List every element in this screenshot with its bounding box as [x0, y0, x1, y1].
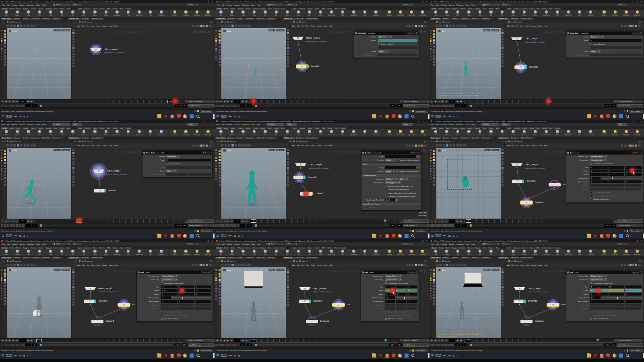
- shelf-tool[interactable]: Box: [1, 249, 12, 256]
- network-menu-add[interactable]: Add: [77, 264, 80, 266]
- language-indicator[interactable]: ENG: [228, 355, 231, 356]
- back-icon[interactable]: ◄: [216, 141, 218, 143]
- viewport-side-icon[interactable]: [433, 288, 435, 290]
- left-toolbar-icon[interactable]: [215, 30, 217, 31]
- shelf-tool[interactable]: Torus: [249, 10, 260, 17]
- window-maximize-button[interactable]: □: [208, 120, 209, 122]
- key-all-channels-button[interactable]: Key All Channels: [188, 343, 214, 347]
- prev-key-button[interactable]: ◂▮: [456, 219, 459, 223]
- network-menu-labs[interactable]: Labs: [109, 264, 113, 266]
- left-toolbar-icon[interactable]: [1, 35, 2, 37]
- back-icon[interactable]: ◄: [216, 21, 218, 23]
- menu-render[interactable]: Render: [441, 4, 447, 6]
- playback-option-icon[interactable]: [430, 105, 433, 107]
- menu-labs[interactable]: Labs: [36, 124, 40, 126]
- viewport-side-icon[interactable]: [219, 174, 221, 176]
- pane-tab[interactable]: Render: [22, 18, 30, 20]
- key-all-channels-button[interactable]: Key All Channels: [403, 343, 429, 347]
- viewport-tool-icon[interactable]: [453, 264, 455, 266]
- range-end2-field[interactable]: 240: [396, 104, 402, 108]
- display-option-icon[interactable]: [72, 44, 74, 46]
- network-toolbar-icon[interactable]: [206, 25, 208, 27]
- display-option-icon[interactable]: [72, 286, 74, 288]
- tray-expand-icon[interactable]: ∧: [242, 355, 243, 357]
- viewport-side-icon[interactable]: [4, 61, 6, 63]
- path-root[interactable]: obj: [224, 141, 226, 143]
- left-toolbar-icon[interactable]: [215, 176, 217, 177]
- left-toolbar-icon[interactable]: [1, 176, 2, 177]
- node-body[interactable]: ◷: [514, 300, 526, 303]
- viewport-side-icon[interactable]: [433, 303, 435, 305]
- playback-option-icon[interactable]: [7, 344, 9, 346]
- left-toolbar-icon[interactable]: [430, 282, 431, 284]
- display-option-icon[interactable]: [287, 289, 289, 291]
- left-toolbar-icon[interactable]: [1, 293, 2, 294]
- display-option-icon[interactable]: [502, 56, 504, 58]
- node-output-dot[interactable]: [520, 70, 522, 71]
- left-toolbar-icon[interactable]: [215, 274, 217, 276]
- playback-option-icon[interactable]: [439, 105, 442, 107]
- network-menu-layout[interactable]: Layout: [531, 264, 537, 266]
- network-menu-view[interactable]: View: [520, 25, 524, 27]
- left-toolbar-icon[interactable]: [215, 279, 217, 281]
- windows-start-button[interactable]: ⊞: [2, 354, 4, 358]
- path-node[interactable]: dust_vfx: [230, 21, 236, 23]
- tray-expand-icon[interactable]: ∧: [456, 355, 457, 357]
- taskbar-search-icon[interactable]: [196, 354, 201, 358]
- path-root[interactable]: obj: [296, 21, 298, 23]
- left-toolbar-icon[interactable]: [430, 295, 431, 297]
- display-option-icon[interactable]: [287, 283, 289, 285]
- checkbox[interactable]: [590, 195, 592, 197]
- node-output-dot[interactable]: [90, 291, 91, 292]
- menu-labs[interactable]: Labs: [36, 243, 40, 245]
- shelf-tool[interactable]: Font: [359, 130, 371, 136]
- menu-file[interactable]: File: [2, 124, 5, 126]
- next-key-button[interactable]: ▮▸: [460, 100, 463, 103]
- shelf-tool[interactable]: Box: [215, 130, 227, 136]
- left-toolbar-icon[interactable]: [430, 160, 431, 161]
- left-toolbar-icon[interactable]: [215, 38, 217, 39]
- shelf-tool[interactable]: Spot Light: [192, 130, 203, 136]
- viewport-tool-icon[interactable]: [13, 144, 16, 147]
- radial-menu-selector[interactable]: Main: [617, 123, 627, 126]
- checkbox[interactable]: [385, 311, 387, 313]
- shelf-tool[interactable]: Torus: [463, 10, 475, 17]
- shelf-tool[interactable]: Circle: [293, 130, 304, 136]
- stop-button[interactable]: ⏹: [8, 339, 11, 342]
- shelf-tool[interactable]: Grid: [475, 130, 486, 136]
- shelf-tool[interactable]: Ball: [271, 130, 282, 136]
- forward-icon[interactable]: ►: [219, 260, 221, 262]
- shelf-tool[interactable]: Character: [370, 249, 382, 256]
- network-node-bool[interactable]: ◒boolean1: [91, 320, 103, 323]
- app-icon-maroon[interactable]: [593, 354, 597, 358]
- search-icon[interactable]: ⌕: [213, 141, 214, 143]
- radial-menu-selector[interactable]: Main: [617, 243, 627, 246]
- play-button[interactable]: ▶: [441, 219, 444, 223]
- spinner-control[interactable]: ⇕: [178, 155, 180, 158]
- left-toolbar-icon[interactable]: [1, 40, 2, 42]
- pane-tab[interactable]: Scene View: [430, 257, 442, 259]
- value-field[interactable]: 2: [161, 300, 177, 303]
- network-toolbar-icon[interactable]: [198, 145, 200, 147]
- network-toolbar-icon[interactable]: [206, 145, 208, 147]
- keyboard-icon[interactable]: ⌨: [233, 116, 236, 118]
- pane-tab[interactable]: Motion FX: [471, 257, 481, 259]
- forward-icon[interactable]: ►: [291, 260, 293, 262]
- timeline[interactable]: 1: [464, 219, 613, 223]
- shelf-tool[interactable]: Torus: [249, 130, 260, 136]
- shelf-tool[interactable]: Font: [574, 249, 585, 256]
- pane-tab[interactable]: Animate: [12, 137, 21, 139]
- shelf-tool[interactable]: Ball: [56, 10, 68, 17]
- play-button[interactable]: ▶: [226, 100, 229, 103]
- dropdown[interactable]: Polygon Mesh: [385, 275, 399, 277]
- dropdown[interactable]: Quadrilaterals: [385, 278, 398, 281]
- viewport-side-icon[interactable]: [433, 275, 435, 277]
- add-pane-tab-button[interactable]: +: [62, 18, 65, 20]
- shelf-tool[interactable]: Box: [1, 130, 12, 136]
- viewport-tool-icon[interactable]: [31, 144, 33, 147]
- shelf-tool[interactable]: Circle: [78, 130, 90, 136]
- pane-tab[interactable]: Animate: [227, 137, 236, 139]
- shelf-tool[interactable]: Grid: [45, 10, 56, 17]
- playback-option-icon[interactable]: [448, 344, 451, 346]
- forward-icon[interactable]: ►: [506, 21, 507, 23]
